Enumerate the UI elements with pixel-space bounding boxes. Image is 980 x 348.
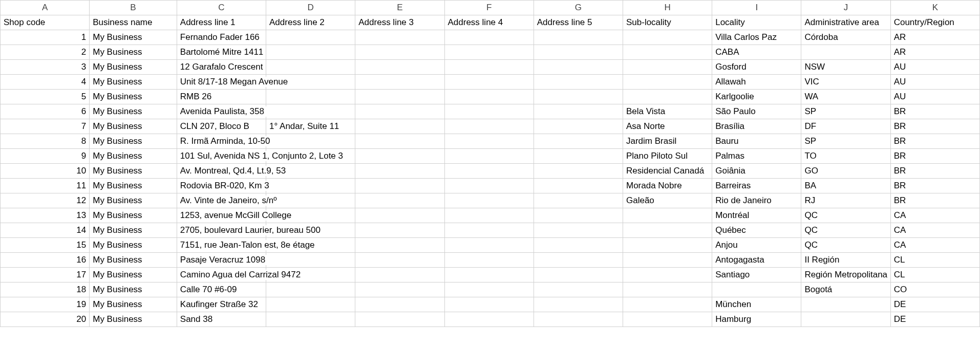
cell-sub[interactable] [623, 268, 712, 282]
cell-loc[interactable]: Antogagasta [712, 253, 801, 268]
cell-admin[interactable]: Córdoba [801, 30, 890, 45]
cell-code[interactable]: 4 [1, 75, 90, 90]
cell-biz[interactable]: My Business [90, 282, 177, 297]
cell-addr1[interactable]: Pasaje Veracruz 1098 [177, 253, 266, 268]
cell-addr5[interactable] [534, 312, 623, 327]
cell-code[interactable]: 11 [1, 179, 90, 193]
cell-addr3[interactable] [355, 208, 444, 223]
header-cell[interactable]: Sub-locality [623, 15, 712, 30]
cell-sub[interactable] [623, 208, 712, 223]
header-cell[interactable]: Locality [712, 15, 801, 30]
cell-sub[interactable]: Jardim Brasil [623, 134, 712, 149]
cell-code[interactable]: 14 [1, 223, 90, 238]
cell-addr5[interactable] [534, 268, 623, 282]
cell-admin[interactable]: BA [801, 179, 890, 193]
cell-admin[interactable]: VIC [801, 75, 890, 90]
header-cell[interactable]: Address line 1 [177, 15, 266, 30]
cell-admin[interactable]: SP [801, 134, 890, 149]
cell-biz[interactable]: My Business [90, 223, 177, 238]
cell-addr5[interactable] [534, 282, 623, 297]
cell-admin[interactable]: Bogotá [801, 282, 890, 297]
cell-country[interactable]: AU [890, 60, 979, 75]
cell-addr2[interactable] [266, 45, 355, 60]
cell-admin[interactable] [801, 297, 890, 312]
header-cell[interactable]: Address line 3 [355, 15, 444, 30]
cell-country[interactable]: DE [890, 297, 979, 312]
cell-sub[interactable]: Bela Vista [623, 104, 712, 119]
cell-admin[interactable]: RJ [801, 193, 890, 208]
cell-admin[interactable]: NSW [801, 60, 890, 75]
cell-code[interactable]: 17 [1, 268, 90, 282]
cell-biz[interactable]: My Business [90, 193, 177, 208]
cell-addr4[interactable] [444, 297, 534, 312]
cell-biz[interactable]: My Business [90, 119, 177, 134]
cell-addr4[interactable] [444, 45, 534, 60]
cell-loc[interactable]: Karlgoolie [712, 90, 801, 104]
cell-addr3[interactable] [355, 282, 444, 297]
cell-loc[interactable]: CABA [712, 45, 801, 60]
cell-country[interactable]: CL [890, 253, 979, 268]
cell-code[interactable]: 7 [1, 119, 90, 134]
cell-addr3[interactable] [355, 30, 444, 45]
cell-addr5[interactable] [534, 297, 623, 312]
cell-addr1[interactable]: 12 Garafalo Crescent [177, 60, 266, 75]
cell-country[interactable]: BR [890, 134, 979, 149]
cell-admin[interactable]: Región Metropolitana [801, 268, 890, 282]
cell-country[interactable]: CO [890, 282, 979, 297]
cell-addr4[interactable] [444, 119, 534, 134]
cell-loc[interactable]: Gosford [712, 60, 801, 75]
column-header-F[interactable]: F [444, 1, 534, 15]
cell-country[interactable]: AU [890, 75, 979, 90]
cell-addr1[interactable]: Av. Vinte de Janeiro, s/nº [177, 193, 266, 208]
cell-sub[interactable] [623, 223, 712, 238]
cell-addr1[interactable]: 7151, rue Jean-Talon est, 8e étage [177, 238, 266, 253]
cell-sub[interactable] [623, 90, 712, 104]
cell-addr2[interactable] [266, 134, 355, 149]
cell-loc[interactable]: Allawah [712, 75, 801, 90]
cell-addr4[interactable] [444, 179, 534, 193]
header-cell[interactable]: Address line 2 [266, 15, 355, 30]
cell-addr1[interactable]: Unit 8/17-18 Megan Avenue [177, 75, 266, 90]
header-cell[interactable]: Business name [90, 15, 177, 30]
cell-addr5[interactable] [534, 104, 623, 119]
cell-code[interactable]: 2 [1, 45, 90, 60]
cell-addr1[interactable]: Sand 38 [177, 312, 266, 327]
cell-code[interactable]: 3 [1, 60, 90, 75]
cell-biz[interactable]: My Business [90, 208, 177, 223]
cell-addr1[interactable]: CLN 207, Bloco B [177, 119, 266, 134]
cell-admin[interactable] [801, 45, 890, 60]
cell-country[interactable]: BR [890, 119, 979, 134]
cell-addr4[interactable] [444, 164, 534, 179]
cell-admin[interactable]: QC [801, 208, 890, 223]
cell-addr3[interactable] [355, 193, 444, 208]
cell-code[interactable]: 15 [1, 238, 90, 253]
cell-addr2[interactable] [266, 30, 355, 45]
cell-biz[interactable]: My Business [90, 238, 177, 253]
cell-addr5[interactable] [534, 164, 623, 179]
cell-code[interactable]: 18 [1, 282, 90, 297]
cell-admin[interactable]: WA [801, 90, 890, 104]
cell-addr1[interactable]: Calle 70 #6-09 [177, 282, 266, 297]
cell-addr2[interactable] [266, 60, 355, 75]
cell-loc[interactable] [712, 282, 801, 297]
cell-biz[interactable]: My Business [90, 90, 177, 104]
cell-country[interactable]: BR [890, 104, 979, 119]
cell-addr5[interactable] [534, 45, 623, 60]
cell-addr3[interactable] [355, 297, 444, 312]
cell-biz[interactable]: My Business [90, 45, 177, 60]
column-header-D[interactable]: D [266, 1, 355, 15]
cell-code[interactable]: 9 [1, 149, 90, 164]
cell-code[interactable]: 10 [1, 164, 90, 179]
cell-addr3[interactable] [355, 149, 444, 164]
cell-loc[interactable]: Santiago [712, 268, 801, 282]
cell-addr4[interactable] [444, 75, 534, 90]
cell-sub[interactable]: Plano Piloto Sul [623, 149, 712, 164]
cell-addr1[interactable]: Camino Agua del Carrizal 9472 [177, 268, 266, 282]
cell-loc[interactable]: Barreiras [712, 179, 801, 193]
cell-biz[interactable]: My Business [90, 75, 177, 90]
cell-addr3[interactable] [355, 312, 444, 327]
cell-biz[interactable]: My Business [90, 297, 177, 312]
cell-sub[interactable] [623, 312, 712, 327]
cell-addr3[interactable] [355, 45, 444, 60]
cell-addr1[interactable]: Fernando Fader 166 [177, 30, 266, 45]
